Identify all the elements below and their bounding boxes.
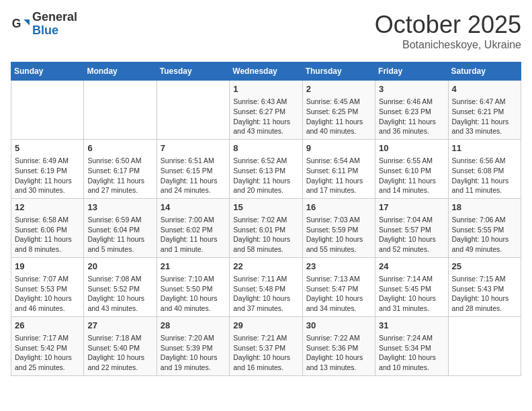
- calendar-cell: 23Sunrise: 7:13 AM Sunset: 5:47 PM Dayli…: [302, 257, 375, 316]
- calendar-cell: 21Sunrise: 7:10 AM Sunset: 5:50 PM Dayli…: [157, 257, 229, 316]
- day-number: 14: [161, 201, 226, 214]
- day-number: 27: [87, 320, 152, 332]
- day-number: 1: [233, 83, 298, 95]
- day-number: 7: [161, 142, 226, 154]
- day-number: 5: [15, 142, 80, 154]
- day-number: 4: [452, 83, 517, 95]
- day-info: Sunrise: 7:21 AM Sunset: 5:37 PM Dayligh…: [233, 333, 298, 373]
- day-info: Sunrise: 6:50 AM Sunset: 6:17 PM Dayligh…: [87, 156, 152, 195]
- calendar-cell: 22Sunrise: 7:11 AM Sunset: 5:48 PM Dayli…: [230, 257, 302, 316]
- day-number: 16: [306, 201, 371, 214]
- weekday-header-wednesday: Wednesday: [230, 62, 302, 81]
- calendar-week-row: 12Sunrise: 6:58 AM Sunset: 6:06 PM Dayli…: [11, 198, 521, 257]
- location-title: Botanicheskoye, Ukraine: [375, 39, 521, 51]
- day-info: Sunrise: 6:45 AM Sunset: 6:25 PM Dayligh…: [306, 97, 371, 136]
- day-number: 25: [452, 261, 517, 273]
- day-number: 10: [379, 142, 444, 154]
- day-info: Sunrise: 7:20 AM Sunset: 5:39 PM Dayligh…: [161, 333, 226, 373]
- logo: G General Blue: [11, 11, 77, 38]
- calendar-cell: 4Sunrise: 6:47 AM Sunset: 6:21 PM Daylig…: [448, 81, 521, 140]
- day-info: Sunrise: 7:15 AM Sunset: 5:43 PM Dayligh…: [452, 274, 517, 314]
- day-number: 18: [452, 201, 517, 214]
- weekday-header-thursday: Thursday: [302, 62, 375, 81]
- calendar-week-row: 5Sunrise: 6:49 AM Sunset: 6:19 PM Daylig…: [11, 139, 521, 198]
- calendar-cell: [11, 81, 84, 140]
- day-info: Sunrise: 6:54 AM Sunset: 6:11 PM Dayligh…: [306, 156, 371, 195]
- calendar-week-row: 26Sunrise: 7:17 AM Sunset: 5:42 PM Dayli…: [11, 316, 521, 375]
- weekday-header-sunday: Sunday: [11, 62, 84, 81]
- day-number: 17: [379, 201, 444, 214]
- day-info: Sunrise: 7:08 AM Sunset: 5:52 PM Dayligh…: [87, 274, 152, 314]
- day-number: 31: [379, 320, 444, 332]
- day-info: Sunrise: 6:56 AM Sunset: 6:08 PM Dayligh…: [452, 156, 517, 195]
- calendar-cell: 24Sunrise: 7:14 AM Sunset: 5:45 PM Dayli…: [375, 257, 448, 316]
- day-info: Sunrise: 6:43 AM Sunset: 6:27 PM Dayligh…: [233, 97, 298, 136]
- calendar-cell: 19Sunrise: 7:07 AM Sunset: 5:53 PM Dayli…: [11, 257, 84, 316]
- day-info: Sunrise: 6:52 AM Sunset: 6:13 PM Dayligh…: [233, 156, 298, 195]
- day-info: Sunrise: 7:00 AM Sunset: 6:02 PM Dayligh…: [161, 215, 226, 255]
- page-header: G General Blue October 2025 Botanichesko…: [11, 11, 521, 51]
- day-number: 19: [15, 261, 80, 273]
- day-number: 28: [161, 320, 226, 332]
- day-info: Sunrise: 6:59 AM Sunset: 6:04 PM Dayligh…: [87, 215, 152, 255]
- day-number: 8: [233, 142, 298, 154]
- svg-marker-1: [24, 19, 30, 26]
- weekday-header-row: SundayMondayTuesdayWednesdayThursdayFrid…: [11, 62, 521, 81]
- weekday-header-monday: Monday: [84, 62, 157, 81]
- day-info: Sunrise: 7:17 AM Sunset: 5:42 PM Dayligh…: [15, 333, 80, 373]
- day-info: Sunrise: 7:04 AM Sunset: 5:57 PM Dayligh…: [379, 215, 444, 255]
- day-info: Sunrise: 7:22 AM Sunset: 5:36 PM Dayligh…: [306, 333, 371, 373]
- day-number: 15: [233, 201, 298, 214]
- day-number: 3: [379, 83, 444, 95]
- day-info: Sunrise: 7:14 AM Sunset: 5:45 PM Dayligh…: [379, 274, 444, 314]
- calendar-cell: 12Sunrise: 6:58 AM Sunset: 6:06 PM Dayli…: [11, 198, 84, 257]
- day-number: 26: [15, 320, 80, 332]
- logo-blue-text: Blue: [32, 24, 58, 37]
- logo-general-text: General: [32, 10, 77, 24]
- calendar-cell: 16Sunrise: 7:03 AM Sunset: 5:59 PM Dayli…: [302, 198, 375, 257]
- calendar-cell: 11Sunrise: 6:56 AM Sunset: 6:08 PM Dayli…: [448, 139, 521, 198]
- calendar-cell: 6Sunrise: 6:50 AM Sunset: 6:17 PM Daylig…: [84, 139, 157, 198]
- month-title: October 2025: [375, 11, 521, 39]
- day-number: 11: [452, 142, 517, 154]
- calendar-cell: 1Sunrise: 6:43 AM Sunset: 6:27 PM Daylig…: [230, 81, 302, 140]
- calendar-cell: 3Sunrise: 6:46 AM Sunset: 6:23 PM Daylig…: [375, 81, 448, 140]
- day-info: Sunrise: 7:06 AM Sunset: 5:55 PM Dayligh…: [452, 215, 517, 255]
- calendar-cell: 29Sunrise: 7:21 AM Sunset: 5:37 PM Dayli…: [230, 316, 302, 375]
- day-info: Sunrise: 7:11 AM Sunset: 5:48 PM Dayligh…: [233, 274, 298, 314]
- calendar-cell: 10Sunrise: 6:55 AM Sunset: 6:10 PM Dayli…: [375, 139, 448, 198]
- calendar-cell: 14Sunrise: 7:00 AM Sunset: 6:02 PM Dayli…: [157, 198, 229, 257]
- day-number: 12: [15, 201, 80, 214]
- weekday-header-friday: Friday: [375, 62, 448, 81]
- calendar-cell: 27Sunrise: 7:18 AM Sunset: 5:40 PM Dayli…: [84, 316, 157, 375]
- day-info: Sunrise: 6:49 AM Sunset: 6:19 PM Dayligh…: [15, 156, 80, 195]
- calendar-table: SundayMondayTuesdayWednesdayThursdayFrid…: [11, 62, 521, 376]
- calendar-cell: 25Sunrise: 7:15 AM Sunset: 5:43 PM Dayli…: [448, 257, 521, 316]
- day-info: Sunrise: 6:47 AM Sunset: 6:21 PM Dayligh…: [452, 97, 517, 136]
- calendar-cell: 2Sunrise: 6:45 AM Sunset: 6:25 PM Daylig…: [302, 81, 375, 140]
- calendar-cell: 9Sunrise: 6:54 AM Sunset: 6:11 PM Daylig…: [302, 139, 375, 198]
- day-number: 6: [87, 142, 152, 154]
- day-info: Sunrise: 7:03 AM Sunset: 5:59 PM Dayligh…: [306, 215, 371, 255]
- day-number: 29: [233, 320, 298, 332]
- calendar-cell: 8Sunrise: 6:52 AM Sunset: 6:13 PM Daylig…: [230, 139, 302, 198]
- calendar-cell: [157, 81, 229, 140]
- logo-icon: G: [11, 15, 30, 34]
- calendar-week-row: 1Sunrise: 6:43 AM Sunset: 6:27 PM Daylig…: [11, 81, 521, 140]
- day-number: 30: [306, 320, 371, 332]
- calendar-cell: 5Sunrise: 6:49 AM Sunset: 6:19 PM Daylig…: [11, 139, 84, 198]
- calendar-cell: 18Sunrise: 7:06 AM Sunset: 5:55 PM Dayli…: [448, 198, 521, 257]
- day-info: Sunrise: 7:07 AM Sunset: 5:53 PM Dayligh…: [15, 274, 80, 314]
- calendar-cell: [448, 316, 521, 375]
- day-info: Sunrise: 6:46 AM Sunset: 6:23 PM Dayligh…: [379, 97, 444, 136]
- day-info: Sunrise: 7:13 AM Sunset: 5:47 PM Dayligh…: [306, 274, 371, 314]
- weekday-header-tuesday: Tuesday: [157, 62, 229, 81]
- calendar-week-row: 19Sunrise: 7:07 AM Sunset: 5:53 PM Dayli…: [11, 257, 521, 316]
- calendar-cell: 26Sunrise: 7:17 AM Sunset: 5:42 PM Dayli…: [11, 316, 84, 375]
- day-info: Sunrise: 7:18 AM Sunset: 5:40 PM Dayligh…: [87, 333, 152, 373]
- day-number: 24: [379, 261, 444, 273]
- day-number: 21: [161, 261, 226, 273]
- day-info: Sunrise: 7:02 AM Sunset: 6:01 PM Dayligh…: [233, 215, 298, 255]
- day-number: 9: [306, 142, 371, 154]
- calendar-cell: 13Sunrise: 6:59 AM Sunset: 6:04 PM Dayli…: [84, 198, 157, 257]
